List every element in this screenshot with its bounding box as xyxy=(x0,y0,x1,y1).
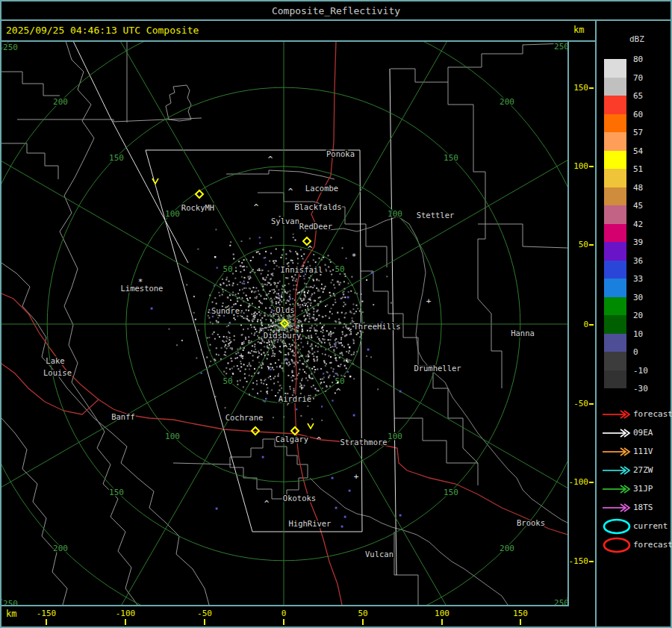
range-ring-label: 100 xyxy=(165,432,180,441)
point-marker: + xyxy=(354,472,359,482)
colorbar-label: 36 xyxy=(633,256,643,266)
bottom-axis-label: 150 xyxy=(504,609,537,618)
forecast-ellipse-icon xyxy=(600,536,633,554)
current-ellipse-icon xyxy=(600,517,633,535)
right-axis-tick xyxy=(589,87,594,89)
bottom-axis-label: 100 xyxy=(426,609,458,618)
window-border-left xyxy=(0,0,1,628)
right-axis-label: 0 xyxy=(583,320,588,329)
point-marker: ^ xyxy=(283,343,288,353)
colorbar-label: 65 xyxy=(633,91,643,101)
colorbar-label: 0 xyxy=(633,347,638,357)
colorbar-title: dBZ xyxy=(629,34,644,44)
weak-echo-dot xyxy=(399,514,402,517)
weak-echo-dot xyxy=(349,490,351,492)
colorbar-label: 33 xyxy=(633,274,643,284)
bottom-axis-label: -150 xyxy=(30,609,63,618)
colorbar-swatch xyxy=(604,352,626,370)
bottom-axis-tick xyxy=(441,619,443,625)
weak-echo-dot xyxy=(344,516,346,518)
right-axis: 150100500-50-100-150 xyxy=(569,41,595,606)
bottom-axis-label: -50 xyxy=(188,609,221,618)
right-axis-unit: km xyxy=(573,25,584,35)
window-title: Composite_Reflectivity xyxy=(272,5,400,16)
09EA-arrow-icon xyxy=(600,424,633,442)
legend-panel: dBZ 807065605754514845423936333020100-10… xyxy=(597,21,671,627)
vector-marker xyxy=(308,423,314,429)
weak-echo-dot xyxy=(347,296,349,299)
city-label-limestone: Limestone xyxy=(121,284,164,293)
weak-echo-dot xyxy=(341,526,343,528)
point-marker: ^ xyxy=(254,202,259,212)
colorbar-swatch xyxy=(604,169,626,187)
vector-legend-label: forecast xyxy=(633,540,672,550)
range-ring-label: 150 xyxy=(444,488,458,497)
right-axis-tick xyxy=(589,166,594,167)
weak-echo-dot xyxy=(262,456,264,458)
vector-legend-label: forecast xyxy=(633,409,672,419)
city-label-stettler: Stettler xyxy=(417,211,455,220)
city-label-threehills: ThreeHills xyxy=(353,322,400,331)
bottom-axis-label: 0 xyxy=(267,609,300,618)
right-axis-tick xyxy=(589,561,594,562)
colorbar-swatch xyxy=(604,224,626,243)
range-ring-label: 250 xyxy=(3,599,18,605)
weak-echo-dot xyxy=(151,308,153,310)
radar-application-window: { "window": { "title": "Composite_Reflec… xyxy=(0,0,672,628)
weak-echo-dot xyxy=(216,508,218,510)
colorbar-label: 54 xyxy=(633,146,643,156)
bottom-axis-tick xyxy=(204,619,205,625)
city-label-vulcan: Vulcan xyxy=(365,550,393,559)
city-label-airdrie: Airdrie xyxy=(279,394,311,403)
vector-legend-label: 18TS xyxy=(633,503,653,512)
range-ring-label: 150 xyxy=(109,153,124,163)
right-axis-tick xyxy=(589,324,594,326)
city-label-sylvan: Sylvan xyxy=(271,217,299,226)
point-marker: ^ xyxy=(317,435,322,445)
radar-map-canvas: 5050505010010010010015015015015020020020… xyxy=(1,42,567,605)
right-axis-label: -100 xyxy=(569,477,589,487)
colorbar-swatch xyxy=(604,59,626,78)
city-label-lake: Lake xyxy=(46,356,64,365)
weak-echo-dot xyxy=(371,272,373,274)
vector-legend-label: 31JP xyxy=(633,484,653,494)
city-label-highriver: HighRiver xyxy=(289,519,332,528)
right-axis-label: 100 xyxy=(573,161,588,171)
bottom-axis-tick xyxy=(46,619,47,625)
range-ring-label: 50 xyxy=(223,264,232,274)
city-label-brooks: Brooks xyxy=(517,518,545,527)
31JP-arrow-icon xyxy=(600,480,633,498)
city-label-cochrane: Cochrane xyxy=(225,413,264,422)
range-ring-label: 100 xyxy=(388,209,402,219)
weak-echo-dot xyxy=(353,414,355,417)
colorbar-swatch xyxy=(604,334,626,352)
timestamp-label: 2025/09/25 04:46:13 UTC Composite xyxy=(6,25,199,36)
range-ring-label: 50 xyxy=(223,376,232,386)
city-label-strathmore: Strathmore xyxy=(340,438,387,447)
city-label-innisfail: Innisfail xyxy=(281,265,323,274)
colorbar-swatch xyxy=(604,370,626,389)
right-axis-label: 50 xyxy=(579,240,588,249)
weak-echo-dot xyxy=(367,349,370,351)
right-axis-tick xyxy=(589,244,594,246)
colorbar-label: 57 xyxy=(633,128,643,137)
city-label-louise: Louise xyxy=(43,368,72,377)
weak-echo-dot xyxy=(335,507,337,509)
vector-legend-label: 111V xyxy=(633,447,653,456)
city-label-reddeer: RedDeer xyxy=(299,222,332,231)
colorbar-label: 42 xyxy=(633,220,643,229)
bottom-axis-label: -100 xyxy=(109,609,142,618)
colorbar-label: 48 xyxy=(633,183,643,193)
city-label-sundre: Sundre xyxy=(211,306,240,315)
radar-map[interactable]: 5050505010010010010015015015015020020020… xyxy=(1,42,567,605)
forecast-arrow-icon xyxy=(600,405,633,423)
vector-legend-label: current xyxy=(633,521,668,531)
range-ring-label: 50 xyxy=(335,264,344,274)
range-ring-label: 150 xyxy=(444,153,458,163)
point-marker: ^ xyxy=(288,187,293,196)
city-label-drumheller: Drumheller xyxy=(414,364,461,373)
range-ring-label: 200 xyxy=(53,544,68,553)
27ZW-arrow-icon xyxy=(600,461,633,479)
city-label-rockymh: RockyMH xyxy=(181,203,214,212)
bottom-axis-tick xyxy=(362,619,364,625)
